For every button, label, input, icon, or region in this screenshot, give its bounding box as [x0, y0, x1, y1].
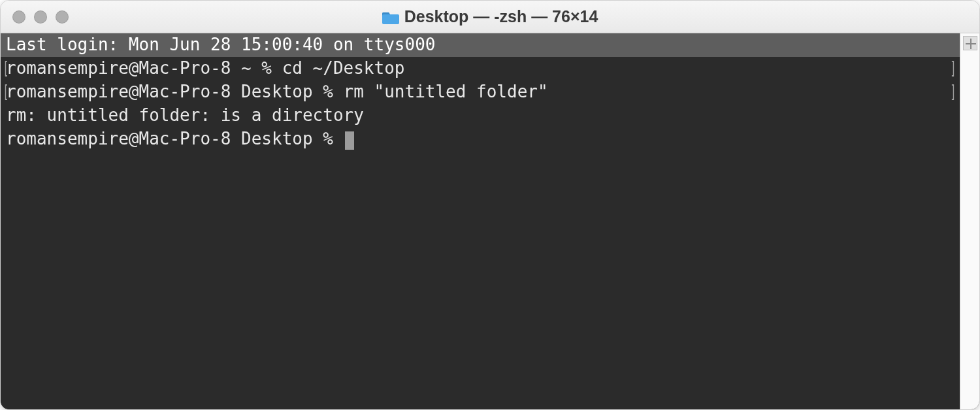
- prompt: romansempire@Mac-Pro-8 Desktop %: [6, 82, 344, 101]
- window-titlebar[interactable]: Desktop — -zsh — 76×14: [1, 1, 979, 33]
- command-line: romansempire@Mac-Pro-8 ~ % cd ~/Desktop: [1, 57, 960, 80]
- last-login-line: Last login: Mon Jun 28 15:00:40 on ttys0…: [1, 33, 960, 57]
- window-title: Desktop — -zsh — 76×14: [404, 7, 598, 26]
- terminal-output-area[interactable]: Last login: Mon Jun 28 15:00:40 on ttys0…: [1, 33, 960, 409]
- command-line: romansempire@Mac-Pro-8 Desktop % rm "unt…: [1, 80, 960, 104]
- scroll-indicator-icon: [963, 36, 977, 50]
- folder-icon: [382, 10, 399, 24]
- minimize-button[interactable]: [34, 10, 47, 24]
- output-line: rm: untitled folder: is a directory: [1, 104, 960, 128]
- prompt: romansempire@Mac-Pro-8 Desktop %: [6, 129, 344, 148]
- traffic-lights: [12, 10, 69, 24]
- close-button[interactable]: [12, 10, 25, 24]
- scrollbar[interactable]: [960, 33, 979, 409]
- window-title-group: Desktop — -zsh — 76×14: [382, 7, 598, 26]
- command-text: rm "untitled folder": [344, 82, 548, 101]
- current-prompt-line: romansempire@Mac-Pro-8 Desktop %: [1, 128, 960, 151]
- command-text: cd ~/Desktop: [282, 58, 405, 78]
- zoom-button[interactable]: [56, 10, 69, 24]
- terminal-window: Desktop — -zsh — 76×14 Last login: Mon J…: [0, 0, 980, 410]
- cursor: [345, 131, 354, 150]
- content-wrap: Last login: Mon Jun 28 15:00:40 on ttys0…: [1, 33, 979, 409]
- prompt: romansempire@Mac-Pro-8 ~ %: [6, 58, 282, 78]
